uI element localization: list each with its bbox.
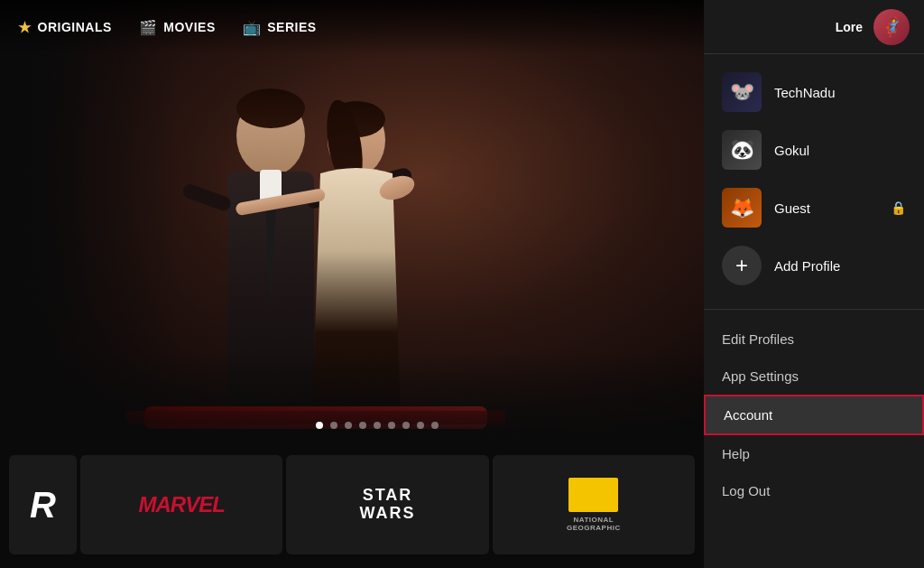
dropdown-header: Lore 🦸 [704, 0, 924, 54]
svg-rect-4 [181, 182, 233, 213]
carousel-dot-1[interactable] [316, 422, 323, 429]
carousel-dot-5[interactable] [374, 422, 381, 429]
profile-name-guest: Guest [774, 200, 878, 216]
menu-help[interactable]: Help [704, 435, 924, 472]
dropdown-username: Lore [836, 20, 863, 34]
carousel-dots [316, 422, 439, 429]
profile-avatar-guest: 🦊 [722, 188, 762, 228]
nav-originals-label: ORIGINALS [38, 20, 112, 34]
profile-technadu[interactable]: 🐭 TechNadu [704, 63, 924, 121]
svg-point-1 [236, 88, 305, 128]
originals-star-icon: ★ [18, 19, 32, 36]
natgeo-logo: NATIONALGEOGRAPHIC [567, 478, 621, 532]
natgeo-card[interactable]: NATIONALGEOGRAPHIC [493, 455, 695, 554]
profile-guest[interactable]: 🦊 Guest 🔒 [704, 179, 924, 237]
nav-movies-label: MOVIES [163, 20, 215, 34]
menu-edit-profiles[interactable]: Edit Profiles [704, 321, 924, 358]
profile-name-gokul: Gokul [774, 143, 906, 158]
nav-movies[interactable]: 🎬 MOVIES [139, 19, 216, 36]
channels-row: R MARVEL STARWARS NATIONALGEOGRAPHIC [0, 442, 704, 568]
carousel-dot-2[interactable] [330, 422, 337, 429]
dropdown-avatar[interactable]: 🦸 [873, 9, 910, 45]
carousel-dot-7[interactable] [402, 422, 410, 429]
menu-account[interactable]: Account [704, 395, 924, 435]
natgeo-yellow-rect [568, 478, 618, 512]
carousel-dot-4[interactable] [359, 422, 366, 429]
marvel-card[interactable]: MARVEL [80, 455, 282, 554]
profile-gokul[interactable]: 🐼 Gokul [704, 121, 924, 179]
movies-icon: 🎬 [139, 19, 158, 36]
carousel-dot-9[interactable] [431, 422, 439, 429]
carousel-dot-3[interactable] [345, 422, 352, 429]
nav-series[interactable]: 📺 SERIES [243, 19, 317, 36]
profile-avatar-technadu: 🐭 [722, 72, 762, 112]
starwars-logo: STARWARS [359, 487, 415, 523]
starwars-card[interactable]: STARWARS [286, 455, 488, 554]
menu-divider [704, 309, 924, 310]
channel-r-logo: R [30, 485, 56, 526]
menu-log-out[interactable]: Log Out [704, 472, 924, 509]
hero-banner [0, 0, 704, 442]
menu-links: Edit Profiles App Settings Account Help … [704, 315, 924, 515]
series-icon: 📺 [243, 19, 262, 36]
add-profile-label: Add Profile [774, 258, 840, 274]
add-profile[interactable]: + Add Profile [704, 237, 924, 294]
carousel-dot-8[interactable] [417, 422, 424, 429]
profile-name-technadu: TechNadu [774, 85, 906, 100]
natgeo-text: NATIONALGEOGRAPHIC [567, 516, 621, 532]
add-profile-plus-icon: + [722, 246, 762, 285]
nav-originals[interactable]: ★ ORIGINALS [18, 19, 112, 36]
marvel-logo: MARVEL [138, 492, 224, 517]
nav-series-label: SERIES [267, 20, 316, 34]
dropdown-menu: Lore 🦸 🐭 TechNadu 🐼 Gokul 🦊 Guest 🔒 + Ad… [704, 0, 924, 568]
menu-app-settings[interactable]: App Settings [704, 358, 924, 395]
carousel-dot-6[interactable] [388, 422, 395, 429]
profiles-section: 🐭 TechNadu 🐼 Gokul 🦊 Guest 🔒 + Add Profi… [704, 54, 924, 303]
profile-avatar-gokul: 🐼 [722, 130, 762, 170]
channel-r-card[interactable]: R [9, 455, 77, 554]
guest-lock-icon: 🔒 [891, 200, 906, 215]
